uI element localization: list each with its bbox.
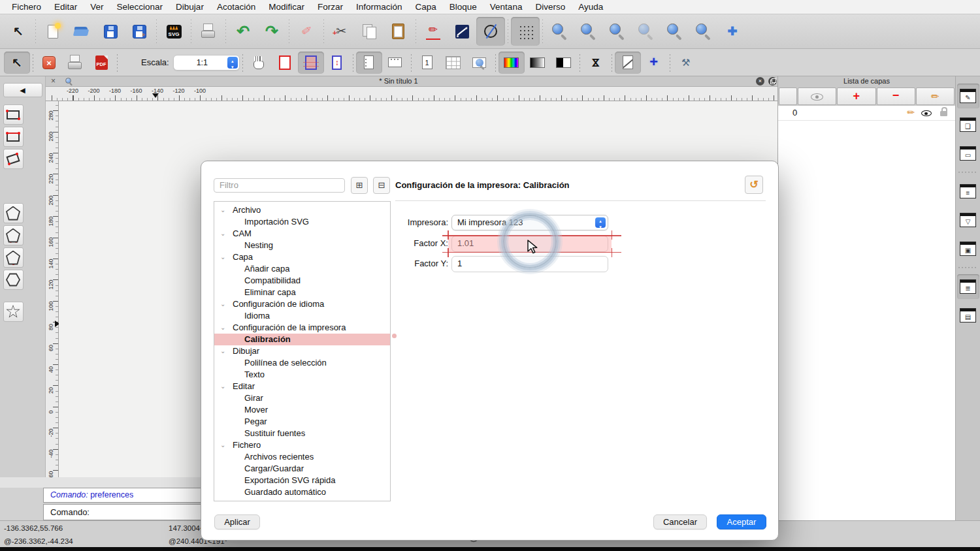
save-as-button[interactable]: ✏ (125, 17, 154, 46)
tree-item[interactable]: ⌄ Eliminar capa (214, 287, 390, 298)
filter-input[interactable]: Filtro (214, 178, 345, 193)
tree-item[interactable]: ⌄ Plantillas (214, 498, 390, 501)
cut-button[interactable]: ✂ (327, 17, 355, 46)
draft-mode-button[interactable] (615, 52, 641, 74)
export-pdf-button[interactable]: PDF (88, 52, 114, 74)
delete-tool[interactable]: ✐ (292, 17, 321, 46)
dock-options-window[interactable]: ▣ (957, 236, 979, 261)
star-tool[interactable] (3, 302, 24, 322)
factor-x-input[interactable]: 1.01 (451, 236, 608, 252)
tree-item[interactable]: ⌄ Editar (214, 381, 390, 392)
menu-item[interactable]: Información (350, 0, 409, 14)
tree-item[interactable]: ⌄ Texto (214, 369, 390, 381)
tree-item[interactable]: ⌄ Idioma (214, 310, 390, 322)
close-window-icon[interactable]: × (756, 77, 764, 86)
tree-item[interactable]: ⌄ Importación SVG (214, 216, 390, 228)
tree-item[interactable]: ⌄ Cargar/Guardar (214, 463, 390, 475)
snap-grid-toggle[interactable] (511, 17, 540, 46)
zoom-selection-button[interactable]: □ (632, 17, 661, 46)
factor-y-input[interactable]: 1 (451, 256, 608, 272)
dock-filter-window[interactable]: ▽ (957, 208, 979, 232)
redo-button[interactable]: ↷ (257, 17, 286, 46)
tree-item[interactable]: ⌄ Archivos recientes (214, 451, 390, 463)
menu-item[interactable]: Forzar (311, 0, 350, 14)
restore-defaults-button[interactable]: ↺ (745, 176, 763, 194)
apply-button[interactable]: Aplicar (214, 514, 260, 529)
layer-edit-icon[interactable]: ✏ (907, 107, 915, 118)
menu-item[interactable]: Acotación (210, 0, 262, 14)
dock-command-window[interactable]: ≣ (957, 274, 979, 299)
tree-item[interactable]: ⌄ Girar (214, 392, 390, 404)
tree-item[interactable]: ⌄ Archivo (214, 204, 390, 216)
tree-item[interactable]: ⌄ Polilínea de selección (214, 357, 390, 369)
dock-entity-list-window[interactable]: ≡ (957, 179, 979, 204)
ellipse-tool-button[interactable] (476, 17, 505, 46)
layer-row[interactable]: 0 ✏ (778, 106, 955, 121)
options-button[interactable]: ⚒ (673, 52, 699, 74)
print-preview-button[interactable] (194, 17, 223, 46)
menu-item[interactable]: Modificar (262, 0, 311, 14)
detach-window-icon[interactable] (768, 77, 777, 86)
center-on-page-button[interactable]: ⋈ (583, 52, 609, 74)
menu-item[interactable]: Dibujar (169, 0, 210, 14)
select-tool[interactable]: ↖ (4, 52, 30, 74)
layer-visibility-icon[interactable] (921, 110, 932, 116)
zoom-previous-button[interactable]: ◀ (661, 17, 689, 46)
zoom-pan-button[interactable]: ✚ (718, 17, 747, 46)
tree-item[interactable]: ⌄ Fichero (214, 439, 390, 451)
tree-item[interactable]: ⌄ Sustituir fuentes (214, 428, 390, 439)
cancel-button[interactable]: Cancelar (653, 514, 707, 529)
polygon-center-tool[interactable] (3, 203, 24, 223)
menu-item[interactable]: Ver (84, 0, 110, 14)
zoom-page-button[interactable] (466, 52, 493, 74)
dock-block-window[interactable]: ❑ (957, 112, 979, 137)
tree-item[interactable]: ⌄ Guardado automático (214, 486, 390, 498)
menu-item[interactable]: Ayuda (572, 0, 610, 14)
tree-item[interactable]: ⌄ Capa (214, 251, 390, 263)
line-tool-button[interactable] (448, 17, 476, 46)
page-landscape-button[interactable] (382, 52, 408, 74)
print-button[interactable] (62, 52, 88, 74)
dock-layer-window[interactable]: ✎ (957, 84, 979, 108)
toggle-visibility-all-button[interactable] (798, 87, 836, 105)
blackwhite-print-button[interactable] (551, 52, 577, 74)
rectangle-rotated-tool[interactable] (3, 149, 24, 169)
accept-button[interactable]: Aceptar (717, 514, 766, 529)
menu-item[interactable]: Fichero (5, 0, 48, 14)
polygon-center2-tool[interactable] (3, 247, 24, 268)
zoom-out-button[interactable]: − (574, 17, 603, 46)
tree-item[interactable]: ⌄ Configuración de la impresora (214, 322, 390, 334)
tree-item[interactable]: ⌄ CAM (214, 228, 390, 240)
tree-item[interactable]: ⌄ Compatibilidad (214, 275, 390, 287)
dock-library-window[interactable]: ▭ (957, 141, 979, 166)
tree-item[interactable]: ⌄ Dibujar (214, 345, 390, 357)
new-file-button[interactable] (39, 17, 67, 46)
paste-button[interactable] (384, 17, 413, 46)
edit-layer-button[interactable]: ✏ (916, 87, 955, 105)
select-tool[interactable]: ↖ (4, 17, 33, 46)
dock-clipboard-window[interactable]: ▤ (957, 303, 979, 328)
tree-item[interactable]: ⌄ Configuración de idioma (214, 298, 390, 310)
copy-button[interactable] (355, 17, 384, 46)
tree-item[interactable]: ⌄ Mover (214, 404, 390, 416)
close-preview-button[interactable]: × (36, 52, 62, 74)
single-page-button[interactable]: 1 (414, 52, 440, 74)
open-file-button[interactable] (67, 17, 96, 46)
rectangle-red-tool[interactable] (3, 127, 24, 147)
undo-button[interactable]: ↶ (229, 17, 257, 46)
paper-area-button[interactable] (298, 52, 324, 74)
printer-select[interactable]: Mi impresora 123 (451, 215, 608, 230)
zoom-auto-button[interactable]: ▣ (603, 17, 632, 46)
tree-item[interactable]: ⌄ Nesting (214, 240, 390, 251)
zoom-in-button[interactable]: + (546, 17, 574, 46)
crosshair-button[interactable]: + (641, 52, 667, 74)
back-button[interactable]: ◀ (3, 83, 42, 97)
zoom-window-button[interactable]: ▭ (689, 17, 718, 46)
tree-item[interactable]: ⌄ Calibración (214, 334, 390, 345)
page-portrait-button[interactable] (356, 52, 382, 74)
rectangle-corners-tool[interactable] (3, 104, 24, 125)
menu-item[interactable]: Ventana (483, 0, 529, 14)
save-button[interactable] (96, 17, 125, 46)
tree-item[interactable]: ⌄ Pegar (214, 416, 390, 428)
edit-pen-button[interactable]: ✏ (419, 17, 448, 46)
